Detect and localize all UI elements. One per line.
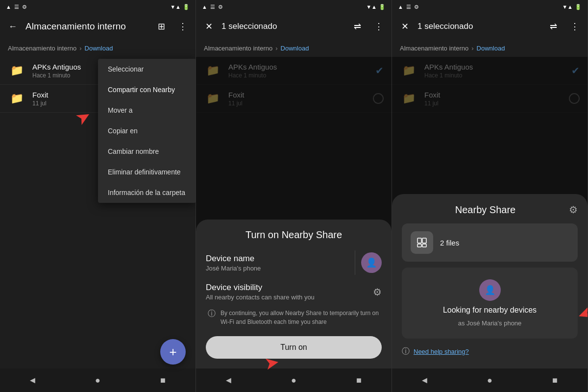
close-button-2[interactable]: ✕ [200,18,218,35]
file-date-foxit-3: 11 jul [424,100,562,107]
breadcrumb-sep-2: › [275,45,277,52]
turn-on-button[interactable]: Turn on [206,336,382,359]
files-icon [411,231,433,254]
battery-icon-2: 🔋 [379,4,386,10]
nav-recents-2[interactable]: ■ [349,370,369,390]
file-item-apks-3[interactable]: 📁 APKs Antiguos Hace 1 minuto ✔ [392,57,588,85]
visibility-label: Device visibility [206,283,373,293]
context-item-select[interactable]: Seleccionar [98,59,196,79]
searching-title: Looking for nearby devices [443,306,537,315]
wifi-icon: ☰ [14,4,19,10]
more-options-3[interactable]: ⋮ [566,18,584,35]
nav-home-2[interactable]: ● [284,370,304,390]
close-button-3[interactable]: ✕ [396,18,414,35]
help-link[interactable]: Need help sharing? [414,348,469,355]
file-info-apks-2: APKs Antiguos Hace 1 minuto [228,63,368,79]
nav-home-1[interactable]: ● [88,370,108,390]
file-date-foxit-2: 11 jul [228,100,366,107]
selected-check-2: ✔ [375,65,384,76]
breadcrumb-root-1[interactable]: Almacenamiento interno [8,45,76,52]
settings-icon-3: ⚙ [414,4,419,10]
breadcrumb-current-2[interactable]: Download [281,45,309,52]
wifi-icon-2: ☰ [210,4,215,10]
context-item-nearby[interactable]: Compartir con Nearby [98,79,196,100]
page-title-1: Almacenamiento interno [25,21,148,32]
more-options-2[interactable]: ⋮ [370,18,388,35]
context-item-copy[interactable]: Copiar en [98,121,196,141]
folder-icon-apks-3: 📁 [400,62,417,79]
breadcrumb-current-1[interactable]: Download [85,45,113,52]
help-row: ⓘ Need help sharing? [402,344,578,359]
files-count-label: 2 files [440,239,459,247]
share-icon-2[interactable]: ⇌ [348,18,366,35]
file-item-foxit-2[interactable]: 📁 Foxit 11 jul [196,85,392,113]
svg-rect-3 [422,244,426,247]
file-name-foxit-2: Foxit [228,91,366,99]
nav-recents-3[interactable]: ■ [545,370,565,390]
status-bar-1: ▲ ☰ ⚙ ▼▲ 🔋 [0,0,196,14]
nav-home-3[interactable]: ● [480,370,500,390]
svg-rect-0 [417,238,421,243]
nearby-turn-on-sheet: Turn on Nearby Share Device name José Ma… [196,220,392,368]
sel-title-3: 1 seleccionado [417,22,540,31]
nav-recents-1[interactable]: ■ [153,370,173,390]
context-menu: Seleccionar Compartir con Nearby Mover a… [98,59,196,203]
panel-filemanager: ▲ ☰ ⚙ ▼▲ 🔋 ← Almacenamiento interno ⊞ ⋮ … [0,0,196,392]
context-item-move[interactable]: Mover a [98,100,196,121]
nav-back-1[interactable]: ◄ [23,370,43,390]
avatar-2: 👤 [361,252,382,273]
battery-icon-3: 🔋 [575,4,582,10]
file-info-apks-3: APKs Antiguos Hace 1 minuto [424,63,564,79]
folder-icon-apks: 📁 [8,62,25,79]
avatar-sm-3: 👤 [479,279,501,301]
file-info-foxit-2: Foxit 11 jul [228,91,366,107]
breadcrumb-1: Almacenamiento interno › Download [0,39,196,57]
nav-back-3[interactable]: ◄ [415,370,435,390]
sel-bar-2: ✕ 1 seleccionado ⇌ ⋮ [196,14,392,39]
nav-back-2[interactable]: ◄ [219,370,239,390]
share-icon-3[interactable]: ⇌ [544,18,562,35]
breadcrumb-sep-1: › [79,45,81,52]
gear-icon-2[interactable]: ⚙ [373,286,382,298]
device-name-row: Device name José Maria's phone 👤 [206,250,382,275]
context-item-delete[interactable]: Eliminar definitivamente [98,162,196,182]
battery-icon: 🔋 [183,4,190,10]
file-item-foxit-3[interactable]: 📁 Foxit 11 jul [392,85,588,113]
sheet-header-3: Nearby Share ⚙ [402,204,578,216]
breadcrumb-root-3[interactable]: Almacenamiento interno [400,45,468,52]
breadcrumb-sep-3: › [471,45,473,52]
context-item-info[interactable]: Información de la carpeta [98,182,196,203]
selected-check-3: ✔ [571,65,580,76]
breadcrumb-3: Almacenamiento interno › Download [392,39,588,57]
file-name-foxit-3: Foxit [424,91,562,99]
info-text-2: By continuing, you allow Nearby Share to… [220,309,380,326]
file-info-foxit-3: Foxit 11 jul [424,91,562,107]
searching-sub: as José Maria's phone [458,319,522,327]
fab-add-button[interactable]: + [160,339,186,365]
sel-title-2: 1 seleccionado [221,22,344,31]
status-left-1: ▲ ☰ ⚙ [6,4,27,10]
unselected-circle-3 [569,93,580,104]
signal-icon-3: ▼▲ [562,4,573,10]
sheet-title-3: Nearby Share [402,204,569,216]
more-options-button-1[interactable]: ⋮ [174,18,192,35]
file-item-apks-2[interactable]: 📁 APKs Antiguos Hace 1 minuto ✔ [196,57,392,85]
nav-bar-2: ◄ ● ■ [196,368,392,392]
status-right-3: ▼▲ 🔋 [562,4,582,10]
svg-rect-2 [417,244,421,247]
sim-icon: ▲ [6,4,11,10]
files-box: 2 files [402,223,578,262]
grid-view-button[interactable]: ⊞ [152,18,170,35]
visibility-sub: All nearby contacts can share with you [206,294,373,301]
breadcrumb-current-3[interactable]: Download [477,45,505,52]
top-bar-1: ← Almacenamiento interno ⊞ ⋮ [0,14,196,39]
breadcrumb-root-2[interactable]: Almacenamiento interno [204,45,272,52]
back-button[interactable]: ← [4,18,22,35]
gear-icon-3[interactable]: ⚙ [569,204,578,216]
status-bar-3: ▲ ☰ ⚙ ▼▲ 🔋 [392,0,588,14]
context-item-rename[interactable]: Cambiar nombre [98,141,196,162]
device-name-label: Device name [206,254,349,264]
status-left-3: ▲ ☰ ⚙ [398,4,419,10]
divider-v [355,250,355,275]
file-date-apks-3: Hace 1 minuto [424,72,564,79]
